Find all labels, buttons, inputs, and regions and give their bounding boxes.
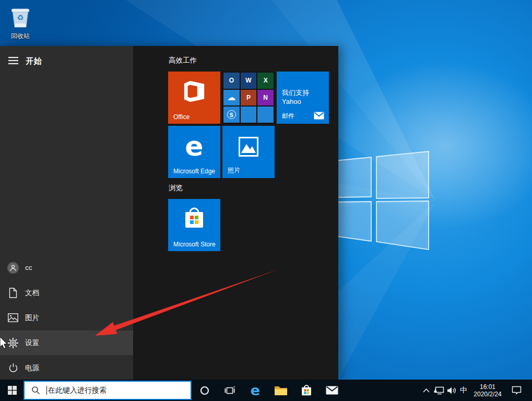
app-cell-outlook: O: [223, 73, 240, 89]
taskbar: 在此键入进行搜索 e: [0, 380, 532, 401]
tray-expand-button[interactable]: [421, 380, 431, 401]
search-placeholder: 在此键入进行搜索: [48, 386, 107, 395]
mail-taskbar-button[interactable]: [320, 380, 344, 401]
store-icon: [301, 384, 312, 397]
store-bag-icon: [183, 205, 205, 231]
clock-date: 2020/2/24: [474, 391, 501, 398]
folder-icon: [274, 385, 288, 396]
taskbar-clock[interactable]: 16:01 2020/2/24: [469, 380, 506, 401]
tile-microsoft-store[interactable]: Microsoft Store: [168, 199, 220, 251]
start-menu: 开始 cc 文档: [0, 46, 338, 380]
app-cell-onedrive: ☁: [223, 90, 240, 106]
cortana-circle-icon: [200, 386, 209, 395]
sidebar-item-user[interactable]: cc: [0, 255, 133, 280]
document-icon: [8, 288, 18, 298]
store-taskbar-button[interactable]: [294, 380, 318, 401]
tile-office-apps-folder[interactable]: O W X ☁ P N S: [222, 72, 275, 124]
network-tray-button[interactable]: [433, 380, 445, 401]
text-caret: [46, 386, 47, 395]
user-icon: [9, 264, 17, 272]
app-cell-onenote: N: [257, 90, 274, 106]
svg-text:♻: ♻: [17, 13, 23, 22]
recycle-bin-label: 回收站: [5, 32, 36, 41]
photos-icon: [239, 137, 258, 157]
start-menu-left-panel: 开始 cc 文档: [0, 46, 133, 380]
tile-group-label-browse: 浏览: [169, 183, 183, 193]
edge-icon: e: [251, 382, 260, 398]
sidebar-item-label: 文档: [25, 288, 39, 298]
app-cell-empty: [241, 107, 257, 123]
volume-tray-button[interactable]: [446, 380, 457, 401]
tile-label: Microsoft Store: [173, 241, 216, 248]
sidebar-item-label: 图片: [25, 313, 39, 323]
tile-label: 照片: [228, 166, 240, 175]
start-menu-tiles-panel: 高效工作 Office O W X ☁ P N S: [133, 46, 338, 380]
app-cell-skype: S: [223, 107, 240, 123]
task-view-icon: [224, 386, 235, 395]
app-cell-word: W: [241, 73, 257, 89]
app-cell-empty: [257, 107, 274, 123]
tile-label: 邮件: [282, 112, 294, 121]
app-cell-powerpoint: P: [241, 90, 257, 106]
sidebar-item-label: 电源: [25, 363, 39, 373]
windows-logo-icon: [8, 386, 17, 395]
tile-microsoft-edge[interactable]: e Microsoft Edge: [168, 126, 220, 178]
tile-mail[interactable]: 我们支持 Yahoo 邮件: [277, 72, 329, 124]
action-center-icon: [512, 386, 522, 395]
app-cell-excel: X: [257, 73, 274, 89]
mail-tile-status-text: 我们支持 Yahoo: [282, 88, 329, 105]
sidebar-item-label: cc: [25, 264, 32, 272]
tile-photos[interactable]: 照片: [222, 126, 275, 178]
sidebar-item-power[interactable]: 电源: [0, 356, 133, 380]
tile-office[interactable]: Office: [168, 72, 220, 124]
recycle-bin-icon: ♻: [8, 5, 32, 29]
expand-menu-button[interactable]: [4, 52, 22, 69]
file-explorer-button[interactable]: [269, 380, 293, 401]
task-view-button[interactable]: [218, 380, 242, 401]
cortana-button[interactable]: [193, 380, 217, 401]
taskbar-search-input[interactable]: 在此键入进行搜索: [23, 381, 192, 400]
tile-label: Office: [173, 113, 190, 121]
edge-logo-icon: e: [168, 130, 220, 162]
screen: ♻ 回收站 开始 cc: [0, 0, 532, 401]
action-center-button[interactable]: [509, 380, 524, 401]
edge-taskbar-button[interactable]: e: [243, 380, 267, 401]
recycle-bin[interactable]: ♻ 回收站: [5, 5, 36, 41]
pictures-icon: [8, 313, 18, 322]
speaker-icon: [447, 386, 456, 395]
sidebar-item-settings[interactable]: 设置: [0, 331, 133, 355]
hamburger-icon: [8, 57, 18, 64]
network-icon: [434, 386, 444, 395]
sidebar-item-pictures[interactable]: 图片: [0, 305, 133, 330]
start-menu-title: 开始: [26, 56, 42, 66]
clock-time: 16:01: [480, 383, 495, 391]
tile-group-label-productivity: 高效工作: [169, 56, 197, 65]
mail-icon: [326, 386, 338, 395]
ime-indicator[interactable]: 中: [458, 380, 469, 401]
office-logo-icon: [182, 80, 206, 104]
user-avatar: [7, 262, 19, 274]
gear-icon: [8, 338, 18, 348]
search-icon: [31, 386, 40, 395]
power-icon: [8, 363, 18, 373]
sidebar-item-documents[interactable]: 文档: [0, 280, 133, 305]
sidebar-item-label: 设置: [25, 338, 39, 348]
chevron-up-icon: [423, 388, 430, 393]
start-button[interactable]: [0, 380, 24, 401]
tile-label: Microsoft Edge: [173, 168, 215, 175]
mail-envelope-icon: [314, 112, 324, 120]
